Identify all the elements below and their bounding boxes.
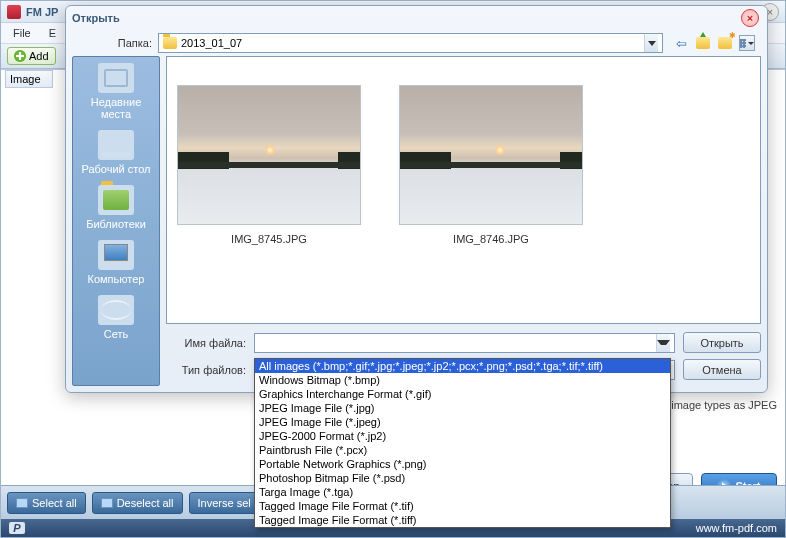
dialog-open-button[interactable]: Открыть	[683, 332, 761, 353]
back-icon[interactable]: ⇦	[673, 35, 689, 51]
place-computer[interactable]: Компьютер	[75, 240, 157, 285]
file-area: IMG_8745.JPG IMG_8746.JPG Имя файла:	[166, 56, 761, 386]
dropdown-option[interactable]: Tagged Image File Format (*.tif)	[255, 499, 670, 513]
menu-edit[interactable]: E	[41, 25, 64, 41]
filetype-label: Тип файлов:	[166, 364, 246, 376]
dropdown-option[interactable]: Targa Image (*.tga)	[255, 485, 670, 499]
libraries-icon	[98, 185, 134, 215]
select-all-button[interactable]: Select all	[7, 492, 86, 514]
checkbox-icon	[16, 498, 28, 508]
place-label: Недавние места	[75, 96, 157, 120]
up-folder-icon[interactable]	[695, 35, 711, 51]
add-label: Add	[29, 50, 49, 62]
chevron-down-icon[interactable]	[644, 34, 658, 52]
dropdown-option[interactable]: Portable Network Graphics (*.png)	[255, 457, 670, 471]
file-item[interactable]: IMG_8746.JPG	[399, 85, 583, 313]
places-bar: Недавние места Рабочий стол Библиотеки К…	[72, 56, 160, 386]
network-icon	[98, 295, 134, 325]
dropdown-option[interactable]: Tagged Image File Format (*.tiff)	[255, 513, 670, 527]
place-network[interactable]: Сеть	[75, 295, 157, 340]
plus-icon	[14, 50, 26, 62]
dialog-nav: Папка: 2013_01_07 ⇦	[66, 30, 767, 56]
new-folder-icon[interactable]	[717, 35, 733, 51]
inverse-label: Inverse sel	[198, 497, 251, 509]
place-libraries[interactable]: Библиотеки	[75, 185, 157, 230]
open-dialog: Открыть × Папка: 2013_01_07 ⇦ Недавние м…	[65, 5, 768, 393]
dropdown-option[interactable]: JPEG Image File (*.jpeg)	[255, 415, 670, 429]
thumbnail	[177, 85, 361, 225]
thumbnail	[399, 85, 583, 225]
place-recent[interactable]: Недавние места	[75, 63, 157, 120]
deselect-all-label: Deselect all	[117, 497, 174, 509]
filename-label: Имя файла:	[166, 337, 246, 349]
desktop-icon	[98, 130, 134, 160]
folder-icon	[163, 37, 177, 49]
file-list[interactable]: IMG_8745.JPG IMG_8746.JPG	[166, 56, 761, 324]
view-mode-button[interactable]	[739, 35, 755, 51]
dropdown-option[interactable]: Windows Bitmap (*.bmp)	[255, 373, 670, 387]
folder-value: 2013_01_07	[181, 37, 640, 49]
place-label: Компьютер	[75, 273, 157, 285]
dropdown-option[interactable]: All images (*.bmp;*.gif;*.jpg;*.jpeg;*.j…	[255, 359, 670, 373]
place-desktop[interactable]: Рабочий стол	[75, 130, 157, 175]
filetype-dropdown[interactable]: All images (*.bmp;*.gif;*.jpg;*.jpeg;*.j…	[254, 358, 671, 528]
computer-icon	[98, 240, 134, 270]
nav-icons: ⇦	[669, 35, 759, 51]
close-icon[interactable]: ×	[741, 9, 759, 27]
place-label: Рабочий стол	[75, 163, 157, 175]
file-name: IMG_8745.JPG	[177, 233, 361, 245]
menu-file[interactable]: File	[5, 25, 39, 41]
file-item[interactable]: IMG_8745.JPG	[177, 85, 361, 313]
image-column-header[interactable]: Image	[5, 70, 53, 88]
dropdown-option[interactable]: JPEG Image File (*.jpg)	[255, 401, 670, 415]
dropdown-option[interactable]: Photoshop Bitmap File (*.psd)	[255, 471, 670, 485]
dropdown-option[interactable]: Graphics Interchange Format (*.gif)	[255, 387, 670, 401]
checkbox-empty-icon	[101, 498, 113, 508]
deselect-all-button[interactable]: Deselect all	[92, 492, 183, 514]
dialog-cancel-button[interactable]: Отмена	[683, 359, 761, 380]
dropdown-option[interactable]: Paintbrush File (*.pcx)	[255, 443, 670, 457]
inverse-selection-button[interactable]: Inverse sel	[189, 492, 260, 514]
place-label: Библиотеки	[75, 218, 157, 230]
main-title: FM JP	[26, 6, 58, 18]
dropdown-option[interactable]: JPEG-2000 Format (*.jp2)	[255, 429, 670, 443]
folder-label: Папка:	[74, 37, 152, 49]
dialog-title: Открыть	[72, 12, 741, 24]
folder-combo[interactable]: 2013_01_07	[158, 33, 663, 53]
paypal-icon[interactable]: P	[9, 522, 25, 534]
app-icon	[7, 5, 21, 19]
place-label: Сеть	[75, 328, 157, 340]
status-url[interactable]: www.fm-pdf.com	[696, 522, 777, 534]
dialog-body: Недавние места Рабочий стол Библиотеки К…	[72, 56, 761, 386]
dialog-titlebar: Открыть ×	[66, 6, 767, 30]
chevron-down-icon[interactable]	[656, 334, 670, 352]
select-all-label: Select all	[32, 497, 77, 509]
file-name: IMG_8746.JPG	[399, 233, 583, 245]
filename-input[interactable]	[254, 333, 675, 353]
recent-icon	[98, 63, 134, 93]
add-button[interactable]: Add	[7, 47, 56, 65]
